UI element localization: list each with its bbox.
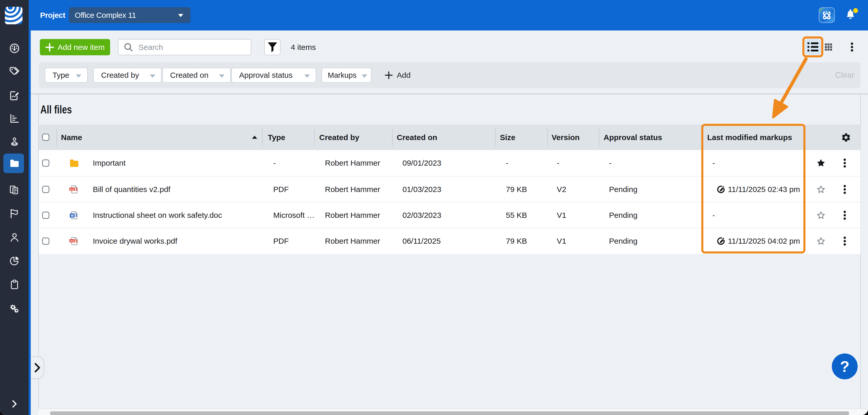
svg-text:PDF: PDF <box>70 188 75 191</box>
svg-text:PDF: PDF <box>70 240 75 243</box>
svg-text:W: W <box>71 214 74 218</box>
